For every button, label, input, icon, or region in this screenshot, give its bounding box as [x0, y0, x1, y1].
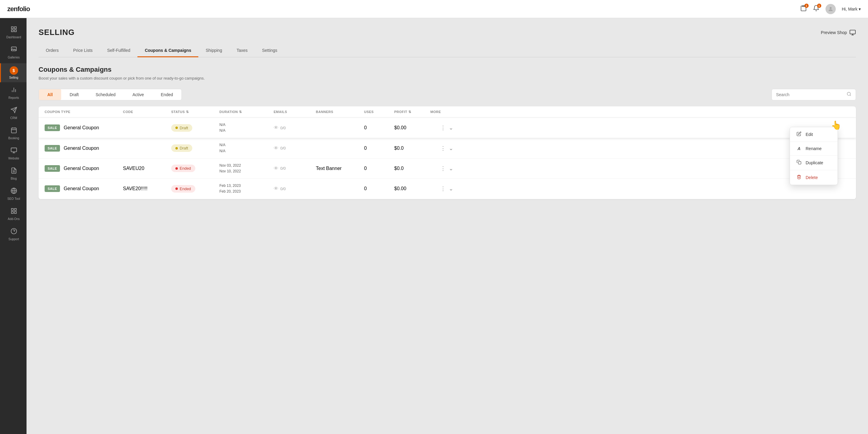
sidebar-item-reports[interactable]: Reports: [0, 84, 27, 102]
sidebar-item-addons[interactable]: Add-Ons: [0, 205, 27, 224]
search-box: [772, 89, 856, 100]
tab-settings[interactable]: Settings: [255, 44, 285, 57]
status-label: Ended: [180, 166, 191, 170]
more-options-button[interactable]: ⋮: [439, 144, 447, 153]
table-row[interactable]: SALE General Coupon Draft N/AN/A 👁 0/0 0: [38, 138, 856, 158]
status-label: Draft: [180, 126, 188, 130]
emails-count: 0/0: [280, 146, 286, 150]
sidebar-label-selling: Selling: [9, 76, 18, 79]
galleries-icon: [10, 46, 17, 55]
filter-draft[interactable]: Draft: [61, 89, 87, 100]
logo: zenfolio: [7, 5, 30, 13]
tab-selffulfilled[interactable]: Self-Fulfilled: [100, 44, 137, 57]
reports-icon: [10, 87, 17, 95]
coupon-uses: 0: [364, 125, 394, 130]
col-header-uses: USES: [364, 110, 394, 114]
sidebar-item-galleries[interactable]: Galleries: [0, 43, 27, 62]
svg-rect-14: [11, 148, 16, 152]
tab-pricelists[interactable]: Price Lists: [66, 44, 100, 57]
eye-icon: 👁: [274, 186, 278, 191]
eye-icon: 👁: [274, 146, 278, 151]
coupon-uses: 0: [364, 186, 394, 191]
notifications-badge: 1: [804, 4, 809, 8]
sale-badge: SALE: [44, 165, 60, 172]
context-menu-edit[interactable]: Edit: [790, 127, 838, 142]
context-menu-delete[interactable]: Delete: [790, 170, 838, 185]
preview-shop-button[interactable]: Preview Shop: [821, 29, 856, 36]
table-header: COUPON TYPE CODE STATUS ⇅ DURATION ⇅ EMA…: [38, 106, 856, 118]
emails-count: 0/0: [280, 126, 286, 130]
tab-shipping[interactable]: Shipping: [198, 44, 229, 57]
sidebar-item-dashboard[interactable]: Dashboard: [0, 23, 27, 42]
more-actions: ⋮ ⌄: [430, 164, 455, 173]
filter-all[interactable]: All: [39, 89, 61, 100]
col-header-profit: PROFIT ⇅: [394, 110, 430, 114]
alerts-badge: 1: [817, 4, 821, 8]
sidebar-label-support: Support: [8, 238, 19, 241]
sidebar-item-blog[interactable]: Blog: [0, 164, 27, 183]
svg-rect-4: [14, 30, 16, 32]
table-row[interactable]: SALE General Coupon SAVE20!!!!! Ended Fe…: [38, 179, 856, 199]
more-options-button[interactable]: ⋮: [439, 123, 447, 132]
chevron-down-icon: ▾: [859, 7, 861, 11]
notifications-button[interactable]: 1: [800, 5, 807, 13]
status-dot: [176, 127, 178, 129]
col-header-coupon-type: COUPON TYPE: [44, 110, 123, 114]
coupon-status: Ended: [171, 185, 219, 193]
coupon-duration: Feb 13, 2023Feb 20, 2023: [219, 183, 274, 194]
sidebar-item-selling[interactable]: $ Selling: [0, 63, 27, 82]
sidebar-item-seo[interactable]: SEO Tool: [0, 184, 27, 204]
sidebar-item-support[interactable]: Support: [0, 225, 27, 244]
table-row[interactable]: SALE General Coupon Draft N/AN/A 👁 0/0 0: [38, 118, 856, 138]
sidebar-label-seo: SEO Tool: [7, 197, 20, 200]
coupon-profit: $0.0: [394, 166, 430, 171]
status-dot: [176, 147, 178, 150]
table-row[interactable]: SALE General Coupon SAVEU20 Ended Nov 03…: [38, 158, 856, 179]
alerts-button[interactable]: 1: [813, 5, 819, 13]
search-input[interactable]: [776, 92, 844, 97]
sidebar-item-booking[interactable]: Booking: [0, 124, 27, 143]
filter-ended[interactable]: Ended: [153, 89, 181, 100]
svg-rect-23: [14, 212, 16, 213]
filter-scheduled[interactable]: Scheduled: [87, 89, 124, 100]
coupon-type-cell: SALE General Coupon: [44, 124, 123, 131]
context-menu-duplicate[interactable]: Duplicate: [790, 156, 838, 170]
expand-button[interactable]: ⌄: [447, 144, 455, 153]
expand-button[interactable]: ⌄: [447, 184, 455, 193]
sale-badge: SALE: [44, 185, 60, 192]
sidebar: Dashboard Galleries $ Selling Reports CR…: [0, 18, 27, 434]
section-desc: Boost your sales with a custom discount …: [38, 76, 856, 81]
svg-rect-2: [11, 27, 13, 29]
emails-count: 0/0: [280, 166, 286, 170]
status-dot: [176, 187, 178, 190]
sidebar-item-website[interactable]: Website: [0, 144, 27, 163]
avatar: [826, 4, 836, 14]
svg-rect-5: [11, 30, 13, 32]
filter-active[interactable]: Active: [124, 89, 152, 100]
rename-icon: A: [796, 146, 802, 151]
more-actions: ⋮ ⌄: [430, 144, 455, 153]
more-options-button[interactable]: ⋮: [439, 164, 447, 173]
coupons-table: COUPON TYPE CODE STATUS ⇅ DURATION ⇅ EMA…: [38, 106, 856, 199]
tab-orders[interactable]: Orders: [38, 44, 66, 57]
tab-taxes[interactable]: Taxes: [229, 44, 255, 57]
user-menu[interactable]: Hi, Mark ▾: [842, 7, 861, 11]
sidebar-label-galleries: Galleries: [8, 56, 20, 59]
svg-rect-24: [11, 212, 13, 213]
svg-rect-32: [798, 161, 801, 164]
expand-button[interactable]: ⌄: [447, 164, 455, 173]
col-header-more: MORE: [430, 110, 455, 114]
sidebar-label-addons: Add-Ons: [8, 217, 20, 221]
svg-rect-3: [14, 27, 16, 29]
expand-button[interactable]: ⌄: [447, 123, 455, 132]
sale-badge: SALE: [44, 124, 60, 131]
context-menu-rename[interactable]: A Rename: [790, 142, 838, 156]
sidebar-item-crm[interactable]: CRM: [0, 104, 27, 123]
support-icon: [10, 228, 17, 236]
coupon-code: SAVE20!!!!!: [123, 186, 171, 191]
coupon-duration: N/AN/A: [219, 142, 274, 154]
content-area: SELLING Preview Shop Orders Price Lists …: [27, 18, 868, 434]
coupon-emails: 👁 0/0: [274, 186, 316, 191]
more-options-button[interactable]: ⋮: [439, 184, 447, 193]
tab-coupons[interactable]: Coupons & Campaigns: [137, 44, 198, 57]
